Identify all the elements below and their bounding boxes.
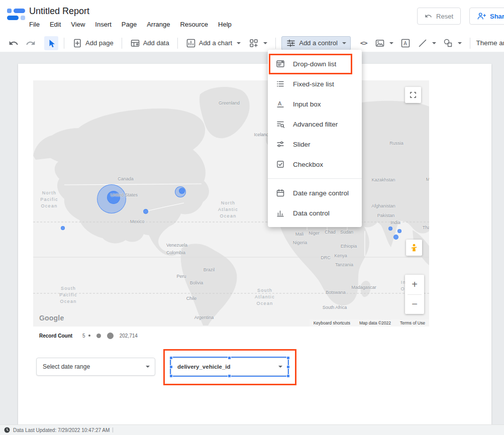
add-chart-button[interactable]: Add a chart xyxy=(183,36,244,50)
map-label: Mali xyxy=(295,232,304,237)
data-studio-logo[interactable] xyxy=(7,8,25,21)
menu-item-slider[interactable]: Slider xyxy=(268,134,362,154)
map-label: North Pacific Ocean xyxy=(40,190,58,209)
selection-handle[interactable] xyxy=(228,356,231,360)
data-last-updated-text: Data Last Updated: 7/29/2022 10:47:27 AM xyxy=(13,427,110,433)
select-tool-button[interactable] xyxy=(44,36,58,50)
map-fullscreen-button[interactable] xyxy=(405,87,421,103)
add-data-button[interactable]: Add data xyxy=(128,36,172,50)
menu-file[interactable]: File xyxy=(29,21,40,28)
insert-shape-button[interactable] xyxy=(441,36,464,50)
top-bar: Untitled Report FileEditViewInsertPageAr… xyxy=(0,0,504,34)
map-attribution-item[interactable]: Map data ©2022 xyxy=(359,320,391,325)
text-box-icon: A xyxy=(400,38,411,48)
menu-item-drop-down-list[interactable]: Drop-down list xyxy=(268,54,362,74)
menu-help[interactable]: Help xyxy=(218,21,232,28)
chevron-down-icon xyxy=(342,42,346,44)
map-label: Colombia xyxy=(166,250,185,255)
add-control-button[interactable]: Add a control xyxy=(281,36,351,50)
menu-resource[interactable]: Resource xyxy=(180,21,208,28)
menu-item-data-control[interactable]: Data control xyxy=(268,203,362,223)
date-range-icon xyxy=(276,188,285,197)
insert-image-button[interactable] xyxy=(372,36,396,50)
share-button[interactable]: Share xyxy=(469,8,504,25)
chevron-down-icon xyxy=(278,366,282,368)
menu-item-fixed-size-list[interactable]: Fixed-size list xyxy=(268,74,362,94)
chevron-down-icon xyxy=(432,42,436,44)
dropdown-list-icon xyxy=(276,59,285,68)
selection-handle[interactable] xyxy=(286,365,290,369)
chevron-down-icon xyxy=(146,366,150,368)
add-control-menu-items: Drop-down listFixed-size listAInput boxA… xyxy=(268,54,362,223)
menu-page[interactable]: Page xyxy=(122,21,137,28)
map-label: Canada xyxy=(118,176,134,181)
map-label: Kazakhstan xyxy=(371,177,395,182)
menu-item-label: Slider xyxy=(293,141,311,148)
report-title[interactable]: Untitled Report xyxy=(29,6,89,17)
selection-handle[interactable] xyxy=(286,374,290,378)
dropdown-filter-control[interactable]: delivery_vehicle_id xyxy=(171,358,288,376)
embed-code-icon: <> xyxy=(360,39,367,47)
map-label: Mexico xyxy=(130,219,145,224)
bubble-map-chart[interactable]: GreenlandIcelandCanadaUnited StatesMexic… xyxy=(33,80,429,327)
report-canvas[interactable]: GreenlandIcelandCanadaUnited StatesMexic… xyxy=(0,52,504,424)
menu-item-label: Fixed-size list xyxy=(293,80,334,88)
map-label: Pakistan xyxy=(377,213,395,218)
map-label: Afghanistan xyxy=(371,203,395,208)
reset-button[interactable]: Reset xyxy=(417,8,461,25)
map-attribution-item[interactable]: Keyboard shortcuts xyxy=(314,320,350,325)
menu-arrange[interactable]: Arrange xyxy=(147,21,170,28)
selection-handle[interactable] xyxy=(228,374,231,378)
menu-edit[interactable]: Edit xyxy=(50,21,61,28)
report-page[interactable]: GreenlandIcelandCanadaUnited StatesMexic… xyxy=(18,64,491,424)
map-label: India xyxy=(390,220,400,225)
selection-handle[interactable] xyxy=(286,356,290,360)
menu-item-label: Drop-down list xyxy=(293,60,336,68)
map-label: United States xyxy=(111,192,138,197)
menubar: FileEditViewInsertPageArrangeResourceHel… xyxy=(29,21,232,28)
street-view-pegman-button[interactable] xyxy=(406,240,422,256)
menu-view[interactable]: View xyxy=(71,21,85,28)
map-label: Botswana xyxy=(326,290,346,295)
zoom-out-button[interactable]: − xyxy=(405,295,424,314)
legend-dot-medium xyxy=(96,334,101,338)
google-logo[interactable]: Google xyxy=(39,314,64,322)
menu-item-input-box[interactable]: AInput box xyxy=(268,94,362,114)
map-label: Bolivia xyxy=(190,280,204,285)
community-viz-icon xyxy=(249,38,259,48)
menu-insert[interactable]: Insert xyxy=(95,21,112,28)
theme-and-layout-button[interactable]: Theme and layout xyxy=(476,39,504,47)
person-add-icon xyxy=(477,12,486,21)
redo-button[interactable] xyxy=(23,36,38,50)
map-label: Nigeria xyxy=(293,240,308,245)
menu-item-advanced-filter[interactable]: Advanced filter xyxy=(268,114,362,134)
community-visualizations-button[interactable] xyxy=(246,36,270,50)
map-label: Niger xyxy=(309,231,320,236)
add-data-label: Add data xyxy=(143,39,169,47)
chevron-down-icon xyxy=(389,42,393,44)
zoom-in-button[interactable]: + xyxy=(405,275,424,294)
map-label: South Pacific Ocean xyxy=(59,285,77,305)
add-chart-icon xyxy=(186,38,196,48)
map-label: Ethiopia xyxy=(341,244,357,249)
toolbar: Add page Add data Add a chart xyxy=(0,34,504,52)
insert-text-button[interactable]: A xyxy=(398,36,413,50)
menu-divider xyxy=(268,178,362,179)
add-control-icon xyxy=(286,38,296,48)
legend-max-value: 202,714 xyxy=(120,333,138,339)
status-bar: Data Last Updated: 7/29/2022 10:47:27 AM xyxy=(0,424,504,435)
undo-button[interactable] xyxy=(6,36,21,50)
date-range-control[interactable]: Select date range xyxy=(36,358,155,376)
selection-handle[interactable] xyxy=(169,374,173,378)
insert-line-button[interactable] xyxy=(415,36,439,50)
selection-handle[interactable] xyxy=(169,365,173,369)
add-page-button[interactable]: Add page xyxy=(70,36,116,50)
embed-button[interactable]: <> xyxy=(358,37,370,49)
map-labels: GreenlandIcelandCanadaUnited StatesMexic… xyxy=(33,80,429,327)
map-label: Iceland xyxy=(254,132,268,137)
map-attribution-item[interactable]: Terms of Use xyxy=(400,320,425,325)
menu-item-checkbox[interactable]: Checkbox xyxy=(268,154,362,174)
menu-item-date-range-control[interactable]: Date range control xyxy=(268,183,362,203)
selection-handle[interactable] xyxy=(169,356,173,360)
undo-icon xyxy=(9,38,19,48)
